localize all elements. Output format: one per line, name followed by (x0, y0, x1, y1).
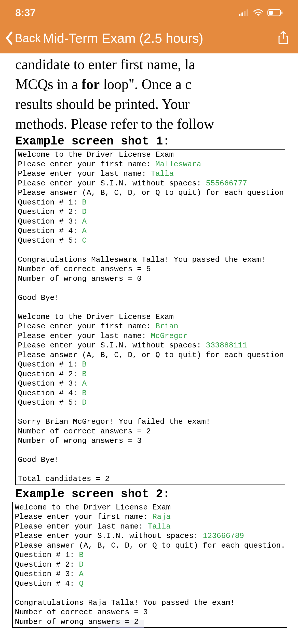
status-bar: 8:37 (0, 0, 298, 25)
svg-point-4 (258, 15, 259, 16)
svg-rect-7 (269, 11, 273, 15)
battery-icon (267, 9, 283, 17)
console-output-1: Welcome to the Driver License Exam Pleas… (15, 149, 285, 485)
back-button[interactable]: Back (5, 31, 41, 45)
body-line: methods. Please refer to the follow (15, 115, 285, 133)
section-heading: Example screen shot 1: (15, 135, 285, 148)
document-content[interactable]: candidate to enter first name, la MCQs i… (0, 55, 298, 628)
section-heading: Example screen shot 2: (15, 488, 285, 501)
text-selection-indicator[interactable] (98, 620, 144, 628)
share-icon (277, 31, 289, 45)
svg-rect-0 (239, 14, 240, 16)
wifi-icon (253, 9, 263, 17)
back-label: Back (15, 31, 41, 45)
body-line: results should be printed. Your (15, 95, 285, 113)
signal-icon (239, 9, 249, 17)
share-button[interactable] (274, 31, 293, 46)
body-line: MCQs in a for loop". Once a c (15, 75, 285, 93)
svg-rect-6 (281, 11, 282, 14)
nav-bar: Back Mid-Term Exam (2.5 hours) (0, 25, 298, 53)
svg-rect-2 (244, 11, 246, 16)
svg-rect-3 (247, 9, 248, 16)
status-time: 8:37 (15, 7, 36, 19)
body-line: candidate to enter first name, la (15, 55, 285, 73)
status-icons (239, 9, 283, 17)
nav-title: Mid-Term Exam (2.5 hours) (41, 31, 274, 46)
svg-rect-1 (241, 12, 243, 16)
console-output-2: Welcome to the Driver License Exam Pleas… (12, 502, 287, 628)
chevron-left-icon (5, 31, 14, 45)
